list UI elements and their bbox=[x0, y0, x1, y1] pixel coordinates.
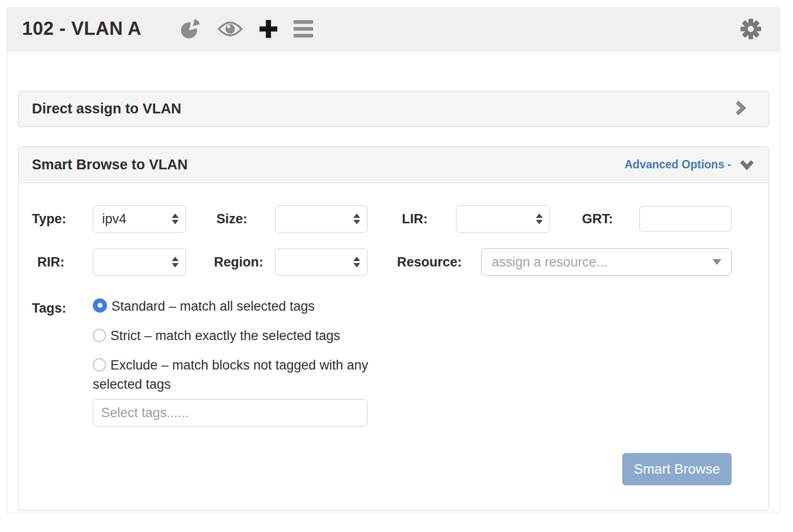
header-toolbar bbox=[180, 17, 313, 41]
select-stepper-icon bbox=[536, 213, 543, 224]
select-stepper-icon bbox=[172, 257, 179, 267]
grt-input[interactable] bbox=[639, 206, 732, 232]
form-row-2: RIR: Region: Resource: assign a resource… bbox=[19, 248, 768, 276]
lir-select[interactable] bbox=[456, 205, 550, 233]
advanced-options-link[interactable]: Advanced Options - bbox=[625, 158, 731, 171]
type-select-value: ipv4 bbox=[102, 212, 172, 227]
size-label: Size: bbox=[216, 205, 247, 233]
page-title: 102 - VLAN A bbox=[22, 18, 141, 39]
tags-option-strict[interactable]: Strict – match exactly the selected tags bbox=[93, 326, 370, 346]
widget-body: Direct assign to VLAN Smart Browse to VL… bbox=[7, 51, 780, 513]
radio-selected-icon[interactable] bbox=[93, 298, 107, 313]
region-label: Region: bbox=[214, 248, 264, 276]
rir-label: RIR: bbox=[37, 248, 65, 276]
direct-assign-title: Direct assign to VLAN bbox=[32, 101, 182, 117]
tags-radio-group: Standard – match all selected tags Stric… bbox=[93, 297, 370, 405]
add-icon[interactable] bbox=[258, 18, 279, 40]
resource-select-placeholder: assign a resource... bbox=[492, 255, 713, 270]
radio-unselected-icon[interactable] bbox=[93, 358, 106, 372]
vlan-widget: 102 - VLAN A bbox=[7, 7, 780, 513]
type-label: Type: bbox=[32, 205, 66, 233]
resource-label: Resource: bbox=[397, 248, 462, 276]
tags-option-exclude[interactable]: Exclude – match blocks not tagged with a… bbox=[93, 356, 370, 394]
smart-browse-panel-header[interactable]: Smart Browse to VLAN Advanced Options - bbox=[19, 147, 768, 183]
tags-option-standard-label: Standard – match all selected tags bbox=[111, 299, 315, 314]
tags-option-exclude-label: Exclude – match blocks not tagged with a… bbox=[93, 358, 368, 392]
resource-select[interactable]: assign a resource... bbox=[481, 248, 732, 276]
size-select[interactable] bbox=[275, 205, 368, 233]
rir-select[interactable] bbox=[93, 248, 186, 276]
grt-label: GRT: bbox=[582, 205, 613, 233]
form-row-1: Type: ipv4 Size: LIR: GRT: bbox=[19, 205, 768, 233]
eye-icon[interactable] bbox=[217, 19, 243, 39]
type-select[interactable]: ipv4 bbox=[93, 205, 186, 233]
tags-label: Tags: bbox=[32, 301, 66, 316]
menu-icon[interactable] bbox=[293, 20, 313, 38]
smart-browse-panel: Smart Browse to VLAN Advanced Options - … bbox=[18, 146, 769, 510]
direct-assign-panel-header[interactable]: Direct assign to VLAN bbox=[18, 91, 769, 127]
chevron-right-icon bbox=[734, 100, 747, 118]
tags-option-strict-label: Strict – match exactly the selected tags bbox=[110, 328, 340, 343]
caret-down-icon bbox=[713, 259, 721, 265]
widget-header: 102 - VLAN A bbox=[7, 7, 780, 51]
smart-browse-title: Smart Browse to VLAN bbox=[32, 157, 187, 173]
settings-gear-icon[interactable] bbox=[740, 18, 762, 40]
radio-unselected-icon[interactable] bbox=[93, 329, 106, 342]
tags-option-standard[interactable]: Standard – match all selected tags bbox=[93, 297, 370, 316]
region-select[interactable] bbox=[275, 248, 368, 276]
select-stepper-icon bbox=[353, 257, 360, 267]
smart-browse-button[interactable]: Smart Browse bbox=[622, 453, 732, 485]
select-stepper-icon bbox=[353, 213, 360, 224]
pie-chart-icon[interactable] bbox=[180, 17, 202, 41]
smart-browse-form: Type: ipv4 Size: LIR: GRT: bbox=[19, 183, 768, 510]
select-stepper-icon bbox=[172, 213, 179, 224]
chevron-down-icon[interactable] bbox=[739, 159, 755, 171]
lir-label: LIR: bbox=[402, 205, 427, 233]
select-tags-input[interactable] bbox=[93, 399, 368, 426]
